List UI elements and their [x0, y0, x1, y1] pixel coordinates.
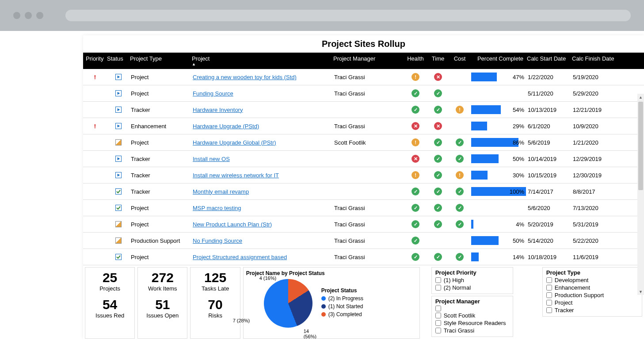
- status-play-icon: [115, 107, 122, 113]
- col-finish-date[interactable]: Calc Finish Date: [572, 55, 621, 66]
- project-link[interactable]: Hardware Upgrade Global (PStr): [193, 139, 276, 146]
- project-link[interactable]: Creating a new wooden toy for kids (Std): [193, 74, 297, 80]
- scroll-thumb[interactable]: [638, 102, 643, 190]
- cost-cell: !: [449, 171, 470, 179]
- table-row[interactable]: ProjectProject Structured assignment bas…: [83, 249, 644, 265]
- filter-checkbox[interactable]: [435, 328, 441, 333]
- filter-priority: Project Priority (1) High(2) Normal: [431, 267, 513, 294]
- indicator-ok-icon: ✓: [434, 204, 442, 212]
- project-link[interactable]: Hardware Upgrade (PStd): [193, 123, 259, 130]
- indicator-error-icon: ✕: [434, 122, 442, 130]
- filter-item[interactable]: (1) High: [435, 277, 509, 283]
- scroll-up-icon[interactable]: ▲: [637, 94, 644, 100]
- project-type-cell: Project: [130, 90, 192, 97]
- filter-item[interactable]: Enhancement: [546, 284, 638, 291]
- project-link[interactable]: New Product Launch Plan (Str): [193, 221, 272, 228]
- status-play-icon: [115, 90, 122, 96]
- filter-item[interactable]: [435, 306, 509, 311]
- filter-item[interactable]: (2) Normal: [435, 284, 509, 291]
- finish-date-cell: 12/30/2019: [572, 172, 621, 179]
- health-cell: ✓: [404, 89, 427, 97]
- scrollbar[interactable]: ▲ ▼: [637, 94, 644, 295]
- health-cell: !: [404, 73, 427, 81]
- svg-marker-3: [118, 125, 120, 127]
- project-link[interactable]: MSP macro testing: [193, 205, 241, 211]
- table-row[interactable]: TrackerInstall new wireless network for …: [83, 167, 644, 184]
- table-row[interactable]: Production SupportNo Funding SourceTraci…: [83, 233, 644, 249]
- col-cost[interactable]: Cost: [449, 55, 470, 66]
- project-manager-cell: Traci Grassi: [333, 74, 404, 80]
- filter-checkbox[interactable]: [546, 307, 552, 313]
- project-link[interactable]: No Funding Source: [193, 237, 242, 244]
- filter-checkbox[interactable]: [546, 300, 552, 306]
- col-start-date[interactable]: Calc Start Date: [527, 55, 572, 66]
- health-cell: ✓: [404, 106, 427, 114]
- percent-cell: 30%: [471, 170, 526, 180]
- legend-dot-icon: [321, 304, 326, 309]
- col-health[interactable]: Health: [404, 55, 427, 66]
- table-row[interactable]: ProjectHardware Upgrade Global (PStr)Sco…: [83, 134, 644, 151]
- finish-date-cell: 12/21/2019: [572, 107, 621, 113]
- project-type-cell: Production Support: [130, 237, 192, 244]
- project-link[interactable]: Install new wireless network for IT: [193, 172, 279, 179]
- table-row[interactable]: TrackerMonthly email revamp✓✓✓100%7/14/2…: [83, 184, 644, 200]
- pie-slice-label: 4 (16%): [259, 275, 277, 281]
- project-link[interactable]: Hardware Inventory: [193, 107, 243, 113]
- legend-item[interactable]: (1) Not Started: [321, 303, 363, 310]
- grid-body: !ProjectCreating a new wooden toy for ki…: [83, 69, 644, 265]
- filter-item[interactable]: Tracker: [546, 307, 638, 314]
- project-link[interactable]: Monthly email revamp: [193, 188, 249, 195]
- legend-item[interactable]: (3) Completed: [321, 311, 363, 317]
- table-row[interactable]: !ProjectCreating a new wooden toy for ki…: [83, 69, 644, 85]
- filter-checkbox[interactable]: [546, 285, 552, 291]
- col-priority[interactable]: Priority: [83, 55, 107, 66]
- filter-checkbox[interactable]: [435, 285, 441, 291]
- time-cell: ✓: [427, 253, 449, 261]
- priority-cell: !: [83, 123, 107, 130]
- filter-item[interactable]: Style Resource Readers: [435, 320, 509, 326]
- address-bar[interactable]: [65, 10, 631, 21]
- status-cell: [107, 107, 130, 113]
- health-cell: !: [404, 138, 427, 146]
- table-row[interactable]: TrackerInstall new OS✕✓✓50%10/14/201912/…: [83, 151, 644, 167]
- filter-checkbox[interactable]: [546, 277, 552, 283]
- percent-value: 29%: [513, 123, 526, 130]
- project-link[interactable]: Install new OS: [193, 156, 230, 162]
- priority-cell: !: [83, 74, 107, 80]
- filter-checkbox[interactable]: [435, 306, 441, 311]
- kpi-label: Issues Red: [86, 312, 133, 319]
- cost-cell: ✓: [449, 155, 470, 163]
- project-link[interactable]: Project Structured assignment based: [193, 254, 287, 260]
- table-row[interactable]: ProjectFunding SourceTraci Grassi✓✓5/11/…: [83, 85, 644, 102]
- legend-dot-icon: [321, 296, 326, 301]
- scroll-down-icon[interactable]: ▼: [637, 288, 644, 295]
- filter-item[interactable]: Project: [546, 299, 638, 306]
- filter-checkbox[interactable]: [435, 320, 441, 326]
- table-row[interactable]: !EnhancementHardware Upgrade (PStd)Traci…: [83, 118, 644, 134]
- col-project[interactable]: Project▲: [192, 55, 333, 66]
- percent-value: 4%: [516, 221, 526, 228]
- table-row[interactable]: ProjectNew Product Launch Plan (Str)Trac…: [83, 216, 644, 233]
- kpi-label: Projects: [86, 285, 133, 292]
- table-row[interactable]: ProjectMSP macro testingTraci Grassi✓✓✓5…: [83, 200, 644, 216]
- legend-item[interactable]: (2) In Progress: [321, 295, 363, 302]
- filter-checkbox[interactable]: [435, 313, 441, 318]
- filter-item[interactable]: Traci Grassi: [435, 327, 509, 334]
- finish-date-cell: 5/19/2020: [572, 74, 621, 80]
- percent-value: 50%: [513, 156, 526, 162]
- filter-item[interactable]: Production Support: [546, 292, 638, 298]
- filter-item[interactable]: Scott Footlik: [435, 312, 509, 319]
- filter-checkbox[interactable]: [546, 292, 552, 298]
- filter-item[interactable]: Development: [546, 277, 638, 283]
- project-manager-cell: Traci Grassi: [333, 123, 404, 130]
- col-time[interactable]: Time: [427, 55, 449, 66]
- col-status[interactable]: Status: [107, 55, 130, 66]
- col-project-manager[interactable]: Project Manager: [333, 55, 404, 66]
- filter-checkbox[interactable]: [435, 277, 441, 283]
- filter-label: Production Support: [555, 292, 604, 298]
- col-project-type[interactable]: Project Type: [130, 55, 192, 66]
- col-percent-complete[interactable]: Percent Complete: [470, 55, 527, 66]
- project-link[interactable]: Funding Source: [193, 90, 233, 97]
- table-row[interactable]: TrackerHardware Inventory✓✓!54%10/13/201…: [83, 102, 644, 118]
- indicator-ok-icon: ✓: [412, 187, 419, 195]
